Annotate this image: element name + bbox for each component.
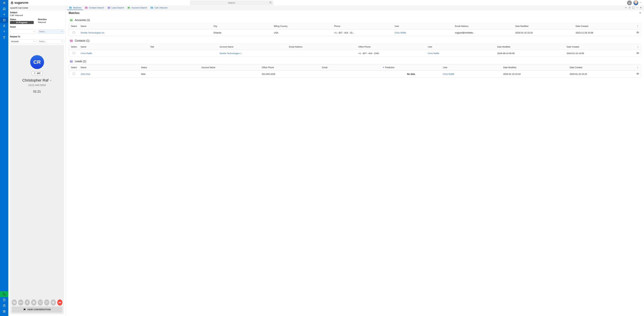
global-search-input[interactable] (190, 1, 273, 5)
th-created[interactable]: Date Created (574, 23, 634, 29)
th-actions[interactable]: ⋮ (634, 64, 641, 70)
nav-filter[interactable] (0, 29, 8, 34)
row-preview[interactable] (634, 71, 641, 77)
tab-badge: Ca (69, 6, 72, 9)
cell-account[interactable]: Nimble Technologies I... (218, 50, 287, 56)
add-participant-button[interactable] (44, 300, 49, 306)
mute-button[interactable] (25, 300, 30, 306)
hold-button[interactable] (31, 300, 36, 306)
nav-documents[interactable] (0, 297, 8, 303)
th-account[interactable]: Account Name (200, 65, 260, 70)
th-billing-country[interactable]: Billing Country (272, 23, 332, 29)
screen-share-button[interactable] (12, 300, 17, 306)
th-created[interactable]: Date Created (568, 65, 634, 70)
cell-name[interactable]: Nimble Technologies Inc (79, 30, 212, 36)
tab-minimize-icon[interactable] (636, 6, 638, 9)
th-user[interactable]: User (393, 23, 453, 29)
user-avatar[interactable] (634, 0, 638, 5)
cell-modified: 2024-08-14 00:05 (496, 50, 565, 56)
nav-create[interactable] (0, 11, 8, 17)
guest-type-select[interactable] (10, 29, 36, 34)
th-office-phone[interactable]: Office Phone (260, 65, 320, 70)
collapse-sidebar-icon[interactable] (639, 12, 641, 14)
th-city[interactable]: City (212, 23, 272, 29)
tab-label: Account Search (131, 6, 147, 9)
guest-value-select[interactable]: Select... (38, 29, 64, 34)
th-status[interactable]: Status (139, 65, 200, 70)
th-email[interactable]: Email Address (287, 44, 357, 50)
svg-rect-5 (3, 19, 5, 21)
search-icon[interactable] (269, 1, 272, 4)
leads-group: Le Leads (1) Select Name Status Account … (69, 59, 641, 77)
app-logo[interactable]: sugarcrm (10, 1, 28, 4)
nav-accounts[interactable] (0, 17, 8, 23)
th-email[interactable]: Email Address (453, 23, 514, 29)
th-title[interactable]: Title (148, 44, 218, 50)
th-office-phone[interactable]: Office Phone (357, 44, 426, 50)
svg-point-22 (46, 302, 47, 303)
nav-stack[interactable] (0, 309, 8, 314)
th-actions[interactable]: ⋮ (634, 23, 641, 29)
th-prediction[interactable]: ✦Prediction (381, 64, 441, 70)
tab-account-search[interactable]: Ac Account Search (126, 6, 149, 10)
th-actions[interactable]: ⋮ (634, 44, 641, 50)
th-modified[interactable]: Date Modified (502, 65, 568, 70)
nav-phone[interactable] (0, 291, 8, 297)
cell-user[interactable]: Chris Raffle (393, 30, 453, 36)
th-modified[interactable]: Date Modified (514, 23, 574, 29)
tab-badge: Ac (127, 6, 130, 9)
cell-prediction: No data (381, 71, 441, 77)
th-name[interactable]: Name (79, 65, 139, 70)
tab-lead-search[interactable]: Le Lead Search (106, 6, 126, 10)
row-preview[interactable] (634, 50, 641, 57)
cell-user[interactable]: Chris Raffle (441, 71, 502, 77)
row-select-radio[interactable] (73, 73, 75, 75)
ai-toggle[interactable]: OFF (32, 71, 42, 75)
tab-unlink-icon[interactable] (628, 6, 631, 9)
th-user[interactable]: User (441, 65, 502, 70)
user-menu-chevron-icon[interactable] (640, 1, 642, 4)
row-select-radio[interactable] (73, 31, 75, 34)
row-select-radio[interactable] (73, 52, 75, 54)
view-conversation-button[interactable]: VIEW CONVERSATION (12, 307, 62, 313)
nav-help[interactable] (0, 303, 8, 309)
th-modified[interactable]: Date Modified (496, 44, 565, 50)
tab-matches[interactable]: Ca Matches (67, 6, 83, 10)
th-account[interactable]: Account Name (218, 44, 287, 50)
nav-opportunities[interactable] (0, 34, 8, 40)
left-nav-rail (0, 0, 8, 316)
th-created[interactable]: Date Created (565, 44, 634, 50)
record-button[interactable]: REC (18, 300, 23, 306)
cell-name[interactable]: Chris Raffle (79, 50, 148, 56)
th-name[interactable]: Name (79, 44, 148, 50)
svg-point-25 (52, 302, 53, 302)
cell-name[interactable]: John Doe (79, 71, 139, 77)
tab-contact-search[interactable]: Co Contact Search (83, 6, 106, 10)
th-user[interactable]: User (426, 44, 496, 50)
contacts-group: Co Contacts (1) Select Name Title Accoun… (69, 39, 641, 57)
svg-rect-20 (27, 301, 28, 303)
contacts-table: Select Name Title Account Name Email Add… (69, 44, 641, 57)
dialpad-button[interactable] (51, 300, 56, 306)
th-name[interactable]: Name (79, 23, 212, 29)
hangup-button[interactable] (57, 300, 62, 306)
tab-collapse-icon[interactable] (632, 6, 634, 9)
notifications-button[interactable] (627, 0, 632, 5)
nav-contacts[interactable] (0, 23, 8, 29)
tab-call-inbound[interactable]: Ca Call: inbound (149, 6, 169, 10)
row-preview[interactable] (634, 29, 641, 36)
th-phone[interactable]: Phone (332, 23, 393, 29)
tab-add-icon[interactable] (625, 6, 627, 9)
tab-close-icon[interactable] (640, 6, 642, 9)
caller-name-row[interactable]: Christopher Raf (22, 78, 52, 83)
hamburger-menu[interactable] (0, 0, 8, 6)
th-select: Select (69, 44, 79, 50)
nav-home[interactable] (0, 6, 8, 11)
transfer-button[interactable] (38, 300, 43, 306)
cell-user[interactable]: Chris Raffle (426, 50, 496, 56)
call-panel-title: Upsert® Call Center (8, 6, 66, 10)
svg-line-17 (271, 3, 272, 3)
th-email[interactable]: Email (320, 65, 381, 70)
related-type-select[interactable]: Account (10, 39, 36, 44)
related-value-select[interactable]: Select... (38, 39, 64, 44)
